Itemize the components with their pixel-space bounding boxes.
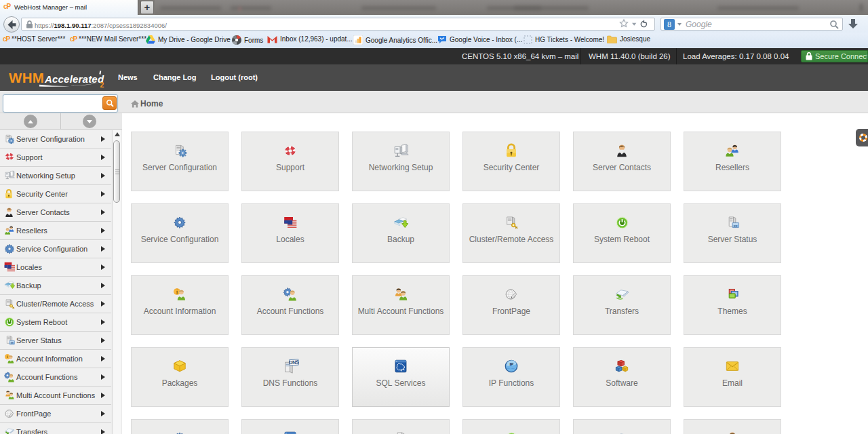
svg-text:XX: XX [734, 224, 738, 228]
svg-text:DNS: DNS [288, 359, 298, 366]
svg-text:i: i [176, 289, 178, 295]
svg-text:IP: IP [509, 362, 513, 366]
svg-text:WHM: WHM [9, 70, 44, 85]
svg-text:2: 2 [100, 81, 104, 89]
svg-text:Accelerated: Accelerated [44, 73, 104, 85]
